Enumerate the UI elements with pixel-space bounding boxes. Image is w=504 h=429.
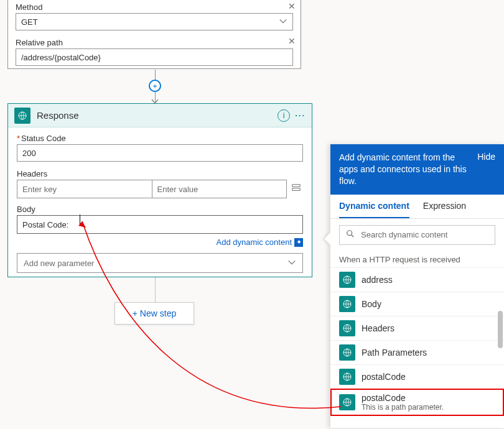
path-value: /address/{postalCode} <box>21 53 101 62</box>
token-icon <box>339 272 355 288</box>
add-new-parameter-select[interactable]: Add new parameter <box>17 253 303 273</box>
svg-point-3 <box>347 231 352 236</box>
svg-rect-2 <box>292 188 300 191</box>
response-action-icon <box>14 108 30 124</box>
dynamic-content-item[interactable]: Body <box>330 292 504 316</box>
header-value-input[interactable]: Enter value <box>152 180 287 198</box>
info-icon[interactable]: i <box>278 109 290 122</box>
headers-table: Enter key Enter value <box>17 180 287 198</box>
header-key-input[interactable]: Enter key <box>17 180 152 198</box>
dynamic-content-item[interactable]: Path Parameters <box>330 340 504 365</box>
search-input[interactable]: Search dynamic content <box>339 225 495 245</box>
headers-label: Headers <box>17 168 303 180</box>
dynamic-content-panel: Add dynamic content from the apps and co… <box>330 144 504 428</box>
path-label: Relative path <box>8 35 301 48</box>
token-icon <box>339 394 355 410</box>
hide-link[interactable]: Hide <box>477 152 495 162</box>
panel-pointer-icon <box>324 233 330 245</box>
dynamic-content-item[interactable]: Headers <box>330 316 504 341</box>
chevron-down-icon <box>279 17 287 27</box>
dynamic-content-item[interactable]: postalCode <box>330 364 504 389</box>
tab-row: Dynamic content Expression <box>330 195 504 219</box>
token-icon <box>339 320 355 336</box>
dynamic-content-item[interactable]: postalCodeThis is a path parameter. <box>330 389 504 416</box>
connector-line <box>155 277 156 302</box>
dynamic-content-icon: ✦ <box>294 238 303 247</box>
method-value: GET <box>21 17 38 27</box>
body-label: Body <box>17 198 303 215</box>
http-trigger-card: ✕ Method GET ✕ Relative path /address/{p… <box>7 0 301 69</box>
token-icon <box>339 296 355 312</box>
response-header[interactable]: Response i ··· <box>8 104 312 127</box>
close-icon[interactable]: ✕ <box>288 36 296 46</box>
item-label: postalCode <box>362 372 406 382</box>
status-code-input[interactable]: 200 <box>17 144 303 162</box>
new-step-button[interactable]: + New step <box>114 302 194 325</box>
svg-rect-1 <box>292 185 300 187</box>
token-icon <box>339 344 355 361</box>
text-cursor <box>80 214 80 226</box>
item-label: postalCode <box>362 393 406 403</box>
add-step-inline-icon[interactable]: + <box>149 80 161 92</box>
tab-expression[interactable]: Expression <box>423 195 466 218</box>
item-label: Headers <box>362 323 394 333</box>
item-sublabel: This is a path parameter. <box>362 403 444 412</box>
dynamic-content-item[interactable]: address <box>330 267 504 292</box>
more-icon[interactable]: ··· <box>295 111 306 120</box>
switch-mode-icon[interactable] <box>292 183 303 195</box>
tab-dynamic-content[interactable]: Dynamic content <box>339 195 409 218</box>
svg-line-4 <box>352 235 354 238</box>
method-select[interactable]: GET <box>16 13 293 30</box>
item-label: Body <box>362 299 381 309</box>
response-card: Response i ··· *Status Code 200 Headers … <box>7 103 312 277</box>
method-label: Method <box>8 0 301 13</box>
search-icon <box>346 229 355 240</box>
content-group-label: When a HTTP request is received <box>330 251 504 268</box>
status-code-label: *Status Code <box>17 132 303 144</box>
body-input[interactable]: Postal Code: <box>17 215 303 234</box>
token-icon <box>339 369 355 385</box>
response-title: Response <box>37 110 278 121</box>
add-dynamic-content-link[interactable]: Add dynamic content ✦ <box>17 234 303 253</box>
search-placeholder: Search dynamic content <box>361 230 447 239</box>
scrollbar-thumb[interactable] <box>498 311 503 348</box>
chevron-down-icon <box>287 258 296 269</box>
panel-banner: Add dynamic content from the apps and co… <box>330 144 504 195</box>
banner-message: Add dynamic content from the apps and co… <box>339 152 471 187</box>
item-label: address <box>362 275 393 285</box>
body-value: Postal Code: <box>22 220 68 229</box>
close-icon[interactable]: ✕ <box>288 1 296 11</box>
path-input[interactable]: /address/{postalCode} <box>16 48 293 66</box>
item-label: Path Parameters <box>362 348 427 358</box>
